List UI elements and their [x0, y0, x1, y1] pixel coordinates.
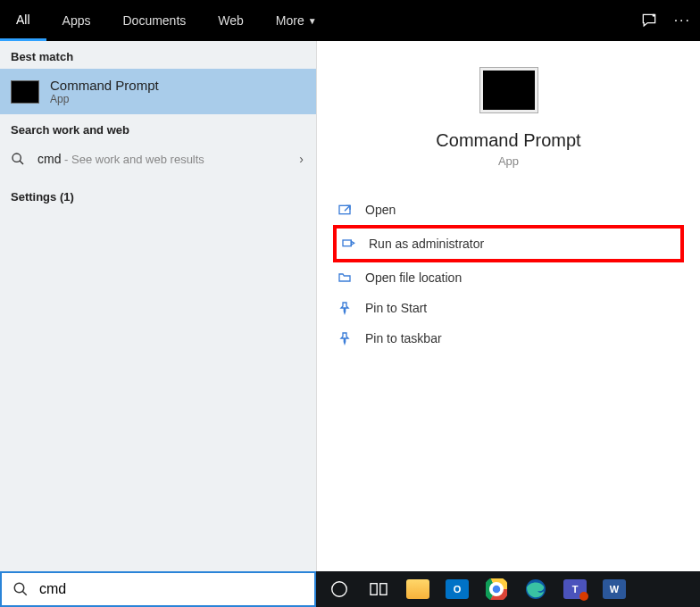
detail-subtitle: App: [498, 154, 519, 168]
search-filter-tabs: All Apps Documents Web More ▼ ···: [0, 0, 700, 41]
search-icon: [12, 581, 29, 597]
action-pin-start-label: Pin to Start: [365, 301, 427, 315]
action-pin-taskbar-label: Pin to taskbar: [365, 331, 442, 345]
svg-line-4: [345, 205, 350, 211]
taskbar: O T W: [316, 571, 700, 607]
feedback-icon[interactable]: [640, 12, 658, 29]
results-panel: Best match Command Prompt App Search wor…: [0, 41, 316, 571]
search-input[interactable]: [39, 581, 304, 597]
chrome-icon[interactable]: [479, 571, 514, 607]
sww-hint: - See work and web results: [61, 153, 204, 166]
command-prompt-large-icon: [480, 68, 538, 112]
search-icon: [11, 152, 27, 166]
action-pin-to-start[interactable]: Pin to Start: [333, 293, 684, 323]
action-run-as-administrator[interactable]: Run as administrator: [333, 225, 684, 262]
svg-point-1: [12, 154, 21, 162]
action-pin-to-taskbar[interactable]: Pin to taskbar: [333, 323, 684, 353]
edge-icon[interactable]: [518, 571, 554, 607]
cortana-icon[interactable]: [321, 571, 357, 607]
chevron-down-icon: ▼: [308, 16, 317, 26]
chevron-right-icon: ›: [299, 152, 304, 166]
action-open-file-location[interactable]: Open file location: [333, 262, 684, 293]
teams-icon[interactable]: T: [557, 571, 593, 607]
tab-all[interactable]: All: [0, 0, 46, 41]
tab-documents[interactable]: Documents: [106, 0, 202, 41]
svg-line-2: [20, 161, 23, 164]
ellipsis-icon[interactable]: ···: [674, 12, 691, 29]
svg-point-6: [14, 583, 24, 593]
action-open[interactable]: Open: [333, 195, 684, 225]
shield-icon: [340, 237, 356, 251]
tab-more-label: More: [276, 13, 304, 28]
result-title: Command Prompt: [50, 78, 159, 93]
svg-line-7: [22, 591, 27, 595]
pin-icon: [337, 301, 353, 315]
svg-rect-9: [371, 584, 377, 595]
action-run-admin-label: Run as administrator: [369, 237, 484, 251]
command-prompt-icon: [11, 80, 39, 104]
detail-title: Command Prompt: [436, 130, 580, 151]
best-match-header: Best match: [0, 41, 316, 69]
search-web-result[interactable]: cmd - See work and web results ›: [0, 142, 316, 176]
search-box[interactable]: [0, 571, 316, 607]
tab-more[interactable]: More ▼: [260, 0, 333, 41]
svg-rect-10: [380, 584, 387, 595]
result-subtitle: App: [50, 93, 159, 105]
tab-web[interactable]: Web: [202, 0, 260, 41]
word-icon[interactable]: W: [596, 571, 632, 607]
svg-point-0: [653, 14, 654, 16]
tab-apps[interactable]: Apps: [46, 0, 107, 41]
best-match-result[interactable]: Command Prompt App: [0, 69, 316, 114]
settings-header[interactable]: Settings (1): [0, 176, 316, 209]
pin-taskbar-icon: [337, 331, 353, 345]
sww-query: cmd: [38, 152, 61, 166]
action-open-loc-label: Open file location: [365, 270, 462, 285]
open-icon: [337, 203, 353, 217]
search-work-web-header: Search work and web: [0, 114, 316, 142]
task-view-icon[interactable]: [361, 571, 396, 607]
folder-icon: [337, 270, 353, 285]
file-explorer-icon[interactable]: [400, 571, 436, 607]
svg-point-8: [332, 582, 347, 597]
detail-panel: Command Prompt App Open Run as administr…: [316, 41, 700, 571]
action-open-label: Open: [365, 203, 396, 217]
outlook-icon[interactable]: O: [439, 571, 475, 607]
svg-rect-5: [343, 240, 351, 246]
